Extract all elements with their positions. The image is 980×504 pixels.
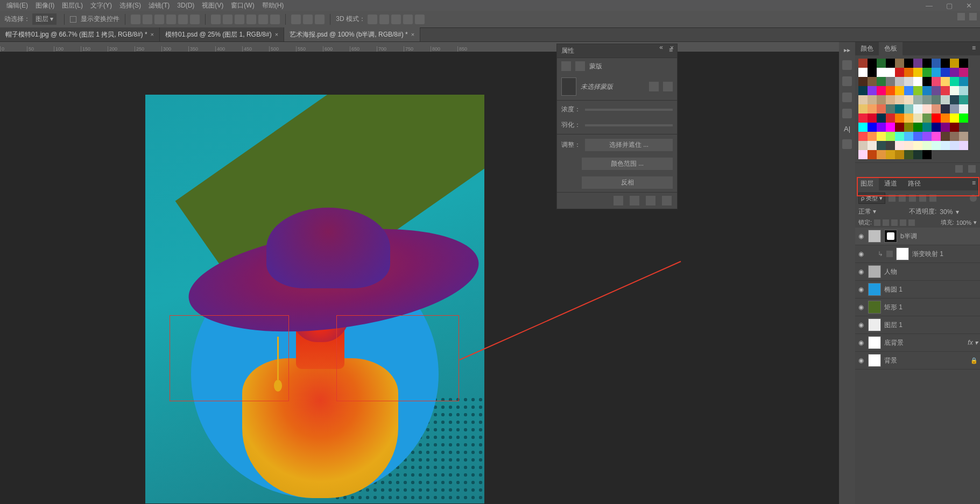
menu-item[interactable]: 视图(V) [202,1,223,10]
align-top-icon[interactable] [166,15,176,24]
color-swatch[interactable] [858,150,868,159]
threed-1-icon[interactable] [368,15,377,24]
color-swatch[interactable] [877,95,886,104]
collapsed-panel-strip[interactable]: ▸▸ A| [839,42,855,504]
swatches-icon[interactable] [842,93,852,102]
color-swatch[interactable] [858,95,868,104]
layer-row[interactable]: ◉底背景fx ▾ [855,334,980,352]
color-swatch[interactable] [904,68,913,77]
lock-transparency-icon[interactable] [874,219,880,226]
color-swatch[interactable] [922,59,932,68]
color-swatch[interactable] [877,123,886,132]
layer-name[interactable]: 图层 1 [884,321,978,330]
color-swatch[interactable] [913,95,922,104]
new-swatch-icon[interactable] [955,165,963,173]
minimize-icon[interactable]: — [926,2,933,10]
color-swatch[interactable] [959,104,968,113]
swatch-grid[interactable] [855,55,980,162]
layer-row[interactable]: ◉椭圆 1 [855,281,980,299]
color-swatch[interactable] [950,123,959,132]
layer-thumbnail[interactable] [896,247,909,260]
color-swatch[interactable] [913,132,922,141]
color-swatch[interactable] [858,132,868,141]
menu-item[interactable]: 图像(I) [36,1,54,10]
document-tab[interactable]: 艺术海报.psd @ 100% (b半调, RGB/8#) *× [284,27,420,41]
visibility-eye-icon[interactable]: ◉ [857,268,865,275]
align-center-v-icon[interactable] [178,15,188,24]
color-swatch[interactable] [886,104,895,113]
color-swatch[interactable] [932,123,941,132]
layer-list[interactable]: ◉b半调◉↳渐变映射 1◉人物◉椭圆 1◉矩形 1◉图层 1◉底背景fx ▾◉背… [855,228,980,504]
fill-input[interactable]: 100% [956,219,971,226]
color-swatch[interactable] [895,59,904,68]
color-swatch[interactable] [932,59,941,68]
color-swatch[interactable] [932,77,941,86]
color-swatch[interactable] [868,77,877,86]
close-tab-icon[interactable]: × [151,31,154,38]
color-swatch[interactable] [932,68,941,77]
color-swatch[interactable] [913,150,922,159]
color-swatch[interactable] [941,77,950,86]
color-swatch[interactable] [868,104,877,113]
menu-item[interactable]: 选择(S) [119,1,141,10]
opacity-input[interactable]: 30% [940,208,953,216]
color-swatch[interactable] [913,123,922,132]
color-swatch[interactable] [858,77,868,86]
visibility-eye-icon[interactable]: ◉ [857,232,865,240]
color-swatch[interactable] [877,86,886,95]
color-swatch[interactable] [904,150,913,159]
color-swatch[interactable] [868,95,877,104]
maximize-icon[interactable]: ▢ [946,2,953,10]
color-swatch[interactable] [868,150,877,159]
color-swatch[interactable] [941,113,950,123]
color-swatch[interactable] [959,141,968,150]
close-window-icon[interactable]: ✕ [966,2,972,10]
delete-swatch-icon[interactable] [968,165,976,173]
color-swatch[interactable] [868,86,877,95]
color-swatch[interactable] [868,123,877,132]
color-swatch[interactable] [913,68,922,77]
color-swatch[interactable] [932,132,941,141]
tab-swatches[interactable]: 色板 [879,42,903,55]
load-selection-icon[interactable] [614,196,623,205]
align-right-icon[interactable] [154,15,164,24]
distribute-6-icon[interactable] [270,15,280,24]
color-swatch[interactable] [886,150,895,159]
color-swatch[interactable] [904,132,913,141]
color-swatch[interactable] [877,68,886,77]
color-swatch[interactable] [904,95,913,104]
threed-4-icon[interactable] [403,15,413,24]
color-swatch[interactable] [922,68,932,77]
color-swatch[interactable] [858,141,868,150]
color-swatch[interactable] [877,59,886,68]
lock-pixels-icon[interactable] [883,219,889,226]
color-swatch[interactable] [868,141,877,150]
layer-name[interactable]: b半调 [900,232,978,241]
color-swatch[interactable] [877,104,886,113]
color-swatch[interactable] [913,113,922,123]
color-swatch[interactable] [904,141,913,150]
layer-thumbnail[interactable] [868,354,881,367]
color-range-button[interactable]: 颜色范围 ... [582,158,673,170]
layer-thumbnail[interactable] [868,283,881,296]
layer-thumbnail[interactable] [868,336,881,349]
layer-row[interactable]: ◉人物 [855,263,980,281]
distribute-1-icon[interactable] [211,15,221,24]
color-swatch[interactable] [895,113,904,123]
color-swatch[interactable] [950,141,959,150]
threed-5-icon[interactable] [415,15,425,24]
color-swatch[interactable] [941,86,950,95]
color-swatch[interactable] [858,68,868,77]
color-swatch[interactable] [950,104,959,113]
layer-name[interactable]: 椭圆 1 [884,285,978,294]
color-swatch[interactable] [868,113,877,123]
distribute-2-icon[interactable] [223,15,232,24]
threed-3-icon[interactable] [391,15,401,24]
layer-mask-thumbnail[interactable] [884,230,897,243]
threed-2-icon[interactable] [379,15,389,24]
arrange-2-icon[interactable] [303,15,313,24]
color-swatch[interactable] [922,150,932,159]
panel-collapse-icon[interactable]: « [659,44,663,51]
color-swatch[interactable] [959,95,968,104]
menu-item[interactable]: 图层(L) [62,1,83,10]
